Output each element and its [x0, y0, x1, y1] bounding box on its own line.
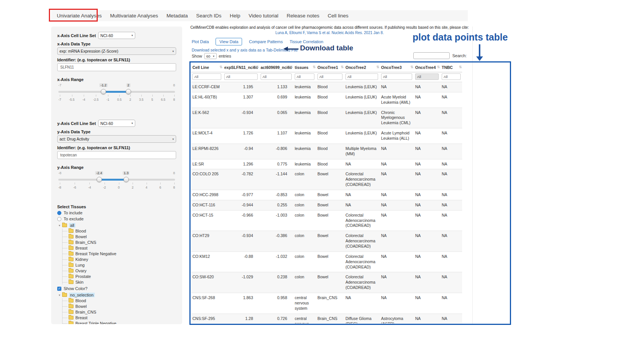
- tree-item-breast-triple-negative[interactable]: Breast Triple Negative: [69, 251, 176, 256]
- download-tab-delimited-link[interactable]: Download selected x and y axis data as a…: [192, 48, 298, 52]
- tree-expand-icon[interactable]: ▾: [59, 224, 60, 227]
- y-data-type-select[interactable]: act: Drug Activity ▾: [57, 135, 176, 143]
- slider-handle-low[interactable]: [97, 177, 102, 182]
- table-row[interactable]: LE:K-562-0.9340.065leukemiaBloodLeukemia…: [191, 108, 462, 128]
- column-header-oncotree4[interactable]: OncoTree4⇅: [414, 63, 440, 72]
- tab-compare-patterns[interactable]: Compare Patterns: [249, 39, 283, 44]
- table-cell: NA: [414, 128, 440, 144]
- x-data-type-select[interactable]: exp: mRNA Expression (Z-Score) ▾: [57, 47, 176, 55]
- y-cell-line-set-select[interactable]: NCI-60 ▾: [98, 120, 135, 127]
- slider-handle-high[interactable]: [123, 177, 129, 182]
- tab-plot-data[interactable]: Plot Data: [192, 39, 209, 44]
- sort-icon[interactable]: ⇅: [256, 65, 259, 69]
- table-row[interactable]: LE:CCRF-CEM1.1951.133leukemiaBloodLeukem…: [191, 82, 462, 92]
- nav-item-multivariate-analyses[interactable]: Multivariate Analyses: [106, 13, 163, 19]
- tree-item-skin[interactable]: Skin: [69, 280, 176, 284]
- tab-tissue-correlation[interactable]: Tissue Correlation: [289, 39, 323, 44]
- table-row[interactable]: CNS:SF-2951.280.726central nervous syste…: [191, 314, 462, 323]
- tree-root-no-selection[interactable]: ▾ no_selection: [59, 293, 176, 297]
- x-identifier-input[interactable]: [57, 63, 176, 71]
- column-header-oncotree3[interactable]: OncoTree3⇅: [380, 63, 414, 72]
- column-header-cell-line[interactable]: Cell Line⇅: [191, 63, 223, 72]
- nav-item-release-notes[interactable]: Release notes: [283, 13, 324, 19]
- tree-item-lung[interactable]: Lung: [69, 263, 176, 267]
- tree-item-prostate[interactable]: Prostate: [69, 274, 176, 279]
- table-row[interactable]: CO:HCC-2998-0.977-0.853colonBowelNANANAN…: [191, 190, 462, 200]
- table-row[interactable]: LE:HL-60(TB)1.3070.699leukemiaBloodLeuke…: [191, 92, 462, 108]
- table-row[interactable]: CO:SW-620-1.0290.238colonBowelColorectal…: [191, 272, 462, 293]
- table-row[interactable]: CO:HCT-15-0.966-1.003colonBowelColorecta…: [191, 210, 462, 231]
- slider-tick: 4: [145, 186, 147, 189]
- tab-view-data[interactable]: View Data: [216, 38, 242, 45]
- table-row[interactable]: CO:HCT-116-0.9440.255colonBowelNANANANA: [191, 200, 462, 210]
- y-range-slider[interactable]: -8 8 -2.4 1.3 -8-6-4-202468: [58, 176, 175, 192]
- tree-item-label: Lung: [75, 263, 84, 267]
- nav-item-help[interactable]: Help: [225, 13, 244, 19]
- slider-handle-low[interactable]: [101, 89, 106, 94]
- tree-item-breast[interactable]: Breast: [69, 246, 176, 250]
- column-header-oncotree1[interactable]: OncoTree1⇅: [316, 63, 344, 72]
- table-row[interactable]: CNS:SF-2681.8630.958central nervous syst…: [191, 293, 462, 314]
- tree-item-breast-triple-negative[interactable]: Breast Triple Negative: [69, 321, 176, 324]
- column-header-tnbc[interactable]: TNBC⇅: [440, 63, 462, 72]
- tree-item-kidney[interactable]: Kidney: [69, 257, 176, 262]
- table-row[interactable]: LE:RPMI-8226-0.94-0.806leukemiaBloodMult…: [191, 144, 462, 159]
- tree-item-blood[interactable]: Blood: [69, 229, 176, 233]
- x-range-slider[interactable]: -7 8 -1.2 2 -7-5.5-4-2.5-10.523.556.58: [58, 88, 175, 105]
- column-header-expslfn11-nci60[interactable]: expSLFN11_nci60⇅: [223, 63, 259, 72]
- folder-icon: [69, 321, 73, 324]
- table-row[interactable]: LE:SR1.2960.775leukemiaBloodNANANANA: [191, 159, 462, 169]
- exclude-radio[interactable]: To exclude: [57, 217, 176, 221]
- table-cell: NA: [440, 200, 462, 210]
- include-radio[interactable]: To include: [57, 211, 176, 215]
- nav-item-metadata[interactable]: Metadata: [162, 13, 192, 19]
- tree-expand-icon[interactable]: ▾: [59, 293, 60, 297]
- tree-item-ovary[interactable]: Ovary: [69, 268, 176, 273]
- sort-icon[interactable]: ⇅: [341, 65, 344, 69]
- sort-icon[interactable]: ⇅: [437, 65, 440, 69]
- column-header-oncotree2[interactable]: OncoTree2⇅: [344, 63, 380, 72]
- nav-item-univariate-analyses[interactable]: Univariate Analyses: [53, 13, 106, 19]
- filter-input-oncotree1[interactable]: [317, 73, 342, 80]
- tree-item-blood[interactable]: Blood: [69, 298, 176, 303]
- show-color-checkbox[interactable]: ✓ Show Color?: [57, 286, 176, 291]
- column-header-tissues[interactable]: tissues⇅: [293, 63, 316, 72]
- slider-handle-high[interactable]: [126, 89, 131, 94]
- table-row[interactable]: CO:KM12-0.88-1.032colonBowelColorectal A…: [191, 251, 462, 272]
- filter-input-act609699-nci60[interactable]: [261, 73, 292, 80]
- search-input[interactable]: [413, 52, 450, 59]
- table-row[interactable]: CO:COLO 205-0.782-1.144colonBowelColorec…: [191, 169, 462, 190]
- column-header-act609699-nci60[interactable]: act609699_nci60⇅: [259, 63, 293, 72]
- sort-icon[interactable]: ⇅: [410, 65, 413, 69]
- tree-item-breast[interactable]: Breast: [69, 315, 176, 320]
- sort-icon[interactable]: ⇅: [459, 65, 462, 69]
- slider-tick: 6: [159, 186, 161, 189]
- filter-input-oncotree2[interactable]: [345, 73, 378, 80]
- filter-input-cell-line[interactable]: [192, 73, 221, 80]
- table-cell: NA: [414, 159, 440, 169]
- sidebar-controls: x-Axis Cell Line Set NCI-60 ▾ x-Axis Dat…: [51, 27, 182, 324]
- nav-item-cell-lines[interactable]: Cell lines: [324, 13, 353, 19]
- filter-input-tissues[interactable]: [295, 73, 314, 80]
- tree-item-bowel[interactable]: Bowel: [69, 234, 176, 239]
- filter-input-expslfn11-nci60[interactable]: [224, 73, 258, 80]
- tree-item-brain-cns[interactable]: Brain_CNS: [69, 240, 176, 245]
- x-cell-line-set-select[interactable]: NCI-60 ▾: [98, 32, 135, 39]
- filter-input-oncotree3[interactable]: [381, 73, 412, 80]
- table-cell: Chronic Myelogenous Leukemia (CML): [380, 108, 414, 128]
- sort-icon[interactable]: ⇅: [219, 65, 222, 69]
- y-identifier-input[interactable]: [57, 151, 176, 159]
- table-row[interactable]: CO:HT29-0.934-0.386colonBowelColorectal …: [191, 231, 462, 252]
- tree-item-brain-cns[interactable]: Brain_CNS: [69, 310, 176, 314]
- tree-item-bowel[interactable]: Bowel: [69, 304, 176, 309]
- sort-icon[interactable]: ⇅: [313, 65, 316, 69]
- table-row[interactable]: LE:MOLT-41.7261.107leukemiaBloodLeukemia…: [191, 128, 462, 144]
- sort-icon[interactable]: ⇅: [290, 65, 293, 69]
- filter-input-oncotree4[interactable]: [415, 73, 439, 80]
- entries-select[interactable]: 60 ▾: [204, 53, 217, 59]
- nav-item-search-ids[interactable]: Search IDs: [192, 13, 226, 19]
- sort-icon[interactable]: ⇅: [376, 65, 379, 69]
- nav-item-video-tutorial[interactable]: Video tutorial: [244, 13, 283, 19]
- tree-root-all[interactable]: ▾ all: [59, 223, 176, 228]
- filter-input-tnbc[interactable]: [442, 73, 461, 80]
